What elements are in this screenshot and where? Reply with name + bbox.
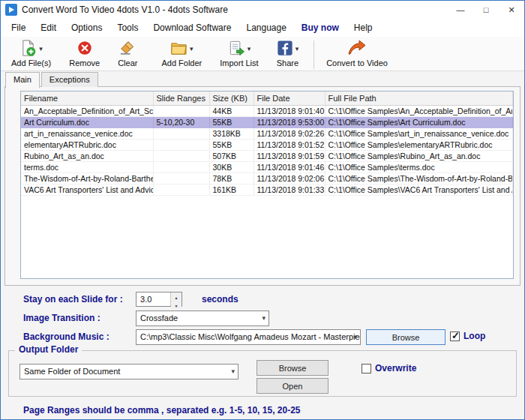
table-row[interactable]: elementaryARTRubric.doc 55KB 11/13/2018 … — [21, 139, 513, 150]
add-file-icon — [20, 40, 37, 57]
maximize-button[interactable]: □ — [473, 1, 499, 19]
image-transition-select[interactable]: Crossfade — [136, 310, 269, 326]
cell-full-path: C:\1\Office Samples\terms.doc — [325, 161, 513, 172]
spinner-up-icon[interactable] — [171, 292, 182, 301]
spinner-down-icon[interactable] — [171, 301, 182, 309]
cell-file-date: 11/13/2018 9:01:33 AM — [254, 184, 325, 195]
cell-full-path: C:\1\Office Samples\VAC6 Art Transporter… — [325, 184, 513, 195]
clear-button[interactable]: Clear — [113, 38, 142, 68]
import-list-button[interactable]: Import List — [215, 38, 262, 68]
convert-to-video-button[interactable]: Convert to Video — [322, 38, 392, 68]
chevron-down-icon[interactable] — [296, 44, 299, 52]
menu-item[interactable]: Download Software — [146, 20, 238, 36]
minimize-button[interactable]: — — [448, 1, 473, 19]
cell-size: 44KB — [209, 105, 254, 116]
spinner-buttons — [170, 292, 182, 306]
cell-filename: VAC6 Art Transporters' List and Advice.d… — [21, 184, 153, 195]
table-row[interactable]: terms.doc 30KB 11/13/2018 9:01:46 AM C:\… — [21, 161, 513, 172]
overwrite-checkbox[interactable]: Overwrite — [362, 363, 416, 374]
menu-item[interactable]: Options — [64, 20, 110, 36]
toolbar-separator — [314, 40, 314, 69]
chevron-down-icon[interactable] — [39, 44, 43, 52]
menu-item[interactable]: Language — [238, 20, 293, 36]
column-header-slide-ranges[interactable]: Slide Ranges — [153, 92, 209, 105]
close-button[interactable]: ✕ — [499, 1, 524, 19]
cell-full-path: C:\1\Office Samples\An_Acceptable_Defini… — [325, 105, 513, 116]
cell-file-date: 11/13/2018 9:53:00 AM — [254, 116, 325, 128]
add-files-button[interactable]: Add File(s) — [7, 38, 56, 68]
cell-size: 55KB — [209, 139, 254, 150]
status-text: Page Ranges should be comma , separated … — [23, 405, 301, 416]
cell-file-date: 11/13/2018 9:02:26 AM — [254, 128, 325, 139]
output-folder-select[interactable]: Same Folder of Document — [20, 364, 238, 380]
cell-size: 161KB — [209, 184, 254, 195]
column-header-size[interactable]: Size (KB) — [209, 92, 254, 105]
loop-checkbox[interactable]: Loop — [450, 331, 485, 341]
cell-size: 78KB — [209, 172, 254, 184]
table-row[interactable]: VAC6 Art Transporters' List and Advice.d… — [21, 184, 513, 195]
loop-checkbox-box[interactable] — [450, 332, 460, 341]
status-bar: Page Ranges should be comma , separated … — [23, 403, 301, 416]
cell-full-path: C:\1\Office Samples\The-Wisdom-of-Art-by… — [325, 172, 513, 184]
window-title: Convert Word To Video 4dots V1.0 - 4dots… — [22, 4, 228, 15]
menu-item[interactable]: File — [4, 20, 33, 36]
column-header-filename[interactable]: Filename — [21, 92, 153, 105]
chevron-down-icon[interactable] — [190, 44, 194, 52]
eraser-icon — [119, 40, 136, 56]
chevron-down-icon[interactable] — [248, 44, 251, 52]
loop-checkbox-label: Loop — [464, 331, 485, 341]
add-folder-icon — [170, 40, 188, 57]
background-music-select[interactable]: C:\mp3\Classic Misc\Wolfgang Amadeus Moz… — [136, 329, 361, 345]
cell-slide-ranges — [153, 150, 209, 161]
seconds-label: seconds — [202, 294, 238, 304]
background-music-label: Background Music : — [23, 332, 110, 342]
column-header-full-path[interactable]: Full File Path — [325, 92, 513, 105]
output-folder-group-label: Output Folder — [15, 344, 82, 355]
cell-size: 55KB — [209, 116, 254, 128]
cell-slide-ranges — [153, 139, 209, 150]
cell-filename: art_in_renaissance_venice.doc — [21, 128, 153, 139]
cell-filename: The-Wisdom-of-Art-by-Roland-Barthes.doc — [21, 172, 153, 184]
table-body: An_Acceptable_Definition_of_Art_Schol.do… — [21, 105, 513, 195]
column-header-file-date[interactable]: File Date — [254, 92, 325, 105]
cell-filename: Rubino_Art_as_an.doc — [21, 150, 153, 161]
cell-slide-ranges — [153, 172, 209, 184]
music-browse-button[interactable]: Browse — [366, 329, 446, 345]
cell-slide-ranges — [153, 128, 209, 139]
overwrite-checkbox-box[interactable] — [362, 364, 371, 374]
output-folder-group: Output Folder Same Folder of Document Br… — [8, 350, 517, 397]
tab[interactable]: Exceptions — [41, 72, 98, 87]
menu-item[interactable]: Buy now — [294, 20, 346, 36]
cell-full-path: C:\1\Office Samples\Rubino_Art_as_an.doc — [325, 150, 513, 161]
overwrite-checkbox-label: Overwrite — [375, 363, 416, 374]
remove-button[interactable]: Remove — [64, 38, 104, 68]
cell-slide-ranges: 5-10,20-30 — [153, 116, 209, 128]
table-row[interactable]: Art Curriculum.doc 5-10,20-30 55KB 11/13… — [21, 116, 513, 128]
cell-file-date: 11/13/2018 9:01:52 AM — [254, 139, 325, 150]
file-table: Filename Slide Ranges Size (KB) File Dat… — [21, 92, 513, 196]
output-open-button[interactable]: Open — [256, 378, 328, 394]
cell-filename: An_Acceptable_Definition_of_Art_Schol.do… — [21, 105, 153, 116]
menu-item[interactable]: Help — [346, 20, 380, 36]
add-folder-button[interactable]: Add Folder — [157, 38, 206, 68]
slide-duration-stepper[interactable]: 3.0 — [136, 292, 182, 307]
settings-section: Stay on each Slide for : 3.0 seconds Ima… — [1, 289, 524, 347]
cell-full-path: C:\1\Office Samples\art_in_renaissance_v… — [325, 128, 513, 139]
table-row[interactable]: The-Wisdom-of-Art-by-Roland-Barthes.doc … — [21, 172, 513, 184]
table-row[interactable]: Rubino_Art_as_an.doc 507KB 11/13/2018 9:… — [21, 150, 513, 161]
convert-arrow-icon — [347, 39, 367, 57]
remove-icon — [76, 40, 93, 56]
output-browse-button[interactable]: Browse — [256, 360, 328, 376]
share-button[interactable]: Share — [272, 38, 304, 68]
menu-item[interactable]: Edit — [33, 20, 64, 36]
cell-filename: terms.doc — [21, 161, 153, 172]
menu-bar: File Edit Options Tools Download Softwar… — [1, 19, 524, 37]
toolbar: Add File(s) Remove Clear — [1, 37, 524, 71]
table-row[interactable]: An_Acceptable_Definition_of_Art_Schol.do… — [21, 105, 513, 116]
tab[interactable]: Main — [5, 72, 40, 88]
cell-file-date: 11/13/2018 9:01:46 AM — [254, 161, 325, 172]
cell-filename: Art Curriculum.doc — [21, 116, 153, 128]
table-row[interactable]: art_in_renaissance_venice.doc 3318KB 11/… — [21, 128, 513, 139]
menu-item[interactable]: Tools — [110, 20, 146, 36]
table-header-row: Filename Slide Ranges Size (KB) File Dat… — [21, 92, 513, 105]
